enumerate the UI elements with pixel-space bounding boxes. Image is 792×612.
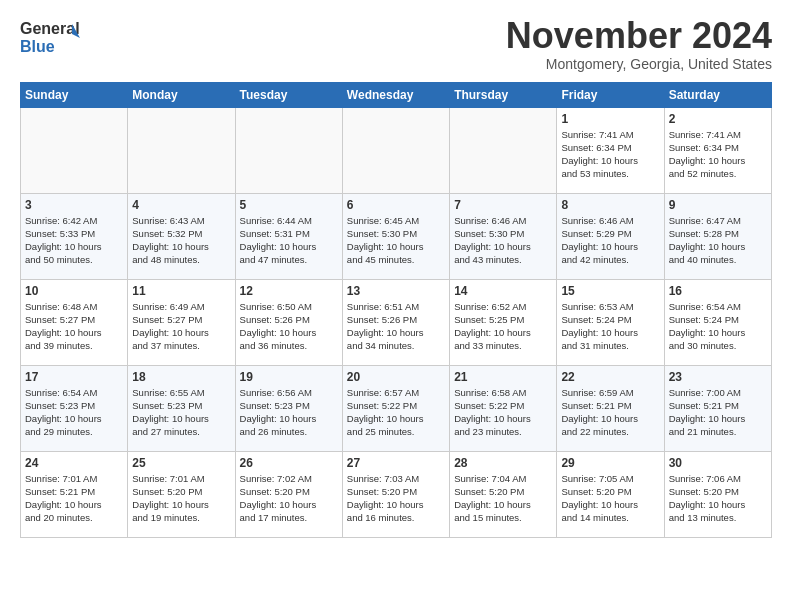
calendar-cell: 11Sunrise: 6:49 AM Sunset: 5:27 PM Dayli…	[128, 279, 235, 365]
day-number: 14	[454, 284, 552, 298]
calendar-cell: 10Sunrise: 6:48 AM Sunset: 5:27 PM Dayli…	[21, 279, 128, 365]
calendar-cell: 26Sunrise: 7:02 AM Sunset: 5:20 PM Dayli…	[235, 451, 342, 537]
day-number: 10	[25, 284, 123, 298]
day-number: 6	[347, 198, 445, 212]
month-title: November 2024	[506, 16, 772, 56]
day-info: Sunrise: 6:52 AM Sunset: 5:25 PM Dayligh…	[454, 300, 552, 353]
page: GeneralBlue November 2024 Montgomery, Ge…	[0, 0, 792, 554]
calendar-cell: 14Sunrise: 6:52 AM Sunset: 5:25 PM Dayli…	[450, 279, 557, 365]
day-info: Sunrise: 6:46 AM Sunset: 5:29 PM Dayligh…	[561, 214, 659, 267]
calendar-cell	[342, 107, 449, 193]
logo: GeneralBlue	[20, 16, 84, 56]
day-number: 19	[240, 370, 338, 384]
calendar-cell	[450, 107, 557, 193]
day-info: Sunrise: 6:47 AM Sunset: 5:28 PM Dayligh…	[669, 214, 767, 267]
week-row-3: 10Sunrise: 6:48 AM Sunset: 5:27 PM Dayli…	[21, 279, 772, 365]
day-number: 12	[240, 284, 338, 298]
day-info: Sunrise: 7:41 AM Sunset: 6:34 PM Dayligh…	[669, 128, 767, 181]
calendar-cell	[21, 107, 128, 193]
day-info: Sunrise: 7:41 AM Sunset: 6:34 PM Dayligh…	[561, 128, 659, 181]
calendar-cell: 4Sunrise: 6:43 AM Sunset: 5:32 PM Daylig…	[128, 193, 235, 279]
calendar-table: SundayMondayTuesdayWednesdayThursdayFrid…	[20, 82, 772, 538]
day-number: 9	[669, 198, 767, 212]
day-number: 2	[669, 112, 767, 126]
calendar-cell: 7Sunrise: 6:46 AM Sunset: 5:30 PM Daylig…	[450, 193, 557, 279]
day-number: 7	[454, 198, 552, 212]
day-number: 28	[454, 456, 552, 470]
calendar-cell: 13Sunrise: 6:51 AM Sunset: 5:26 PM Dayli…	[342, 279, 449, 365]
day-number: 17	[25, 370, 123, 384]
day-number: 1	[561, 112, 659, 126]
week-row-5: 24Sunrise: 7:01 AM Sunset: 5:21 PM Dayli…	[21, 451, 772, 537]
col-header-thursday: Thursday	[450, 82, 557, 107]
calendar-cell: 21Sunrise: 6:58 AM Sunset: 5:22 PM Dayli…	[450, 365, 557, 451]
day-info: Sunrise: 6:54 AM Sunset: 5:23 PM Dayligh…	[25, 386, 123, 439]
week-row-2: 3Sunrise: 6:42 AM Sunset: 5:33 PM Daylig…	[21, 193, 772, 279]
day-number: 23	[669, 370, 767, 384]
day-info: Sunrise: 6:51 AM Sunset: 5:26 PM Dayligh…	[347, 300, 445, 353]
calendar-cell: 29Sunrise: 7:05 AM Sunset: 5:20 PM Dayli…	[557, 451, 664, 537]
day-number: 20	[347, 370, 445, 384]
day-info: Sunrise: 7:01 AM Sunset: 5:21 PM Dayligh…	[25, 472, 123, 525]
calendar-cell: 20Sunrise: 6:57 AM Sunset: 5:22 PM Dayli…	[342, 365, 449, 451]
logo-icon: GeneralBlue	[20, 16, 80, 56]
day-number: 27	[347, 456, 445, 470]
day-number: 25	[132, 456, 230, 470]
day-info: Sunrise: 6:56 AM Sunset: 5:23 PM Dayligh…	[240, 386, 338, 439]
calendar-cell: 18Sunrise: 6:55 AM Sunset: 5:23 PM Dayli…	[128, 365, 235, 451]
day-info: Sunrise: 6:58 AM Sunset: 5:22 PM Dayligh…	[454, 386, 552, 439]
day-number: 24	[25, 456, 123, 470]
day-number: 11	[132, 284, 230, 298]
day-info: Sunrise: 6:57 AM Sunset: 5:22 PM Dayligh…	[347, 386, 445, 439]
day-info: Sunrise: 7:01 AM Sunset: 5:20 PM Dayligh…	[132, 472, 230, 525]
day-info: Sunrise: 6:46 AM Sunset: 5:30 PM Dayligh…	[454, 214, 552, 267]
col-header-wednesday: Wednesday	[342, 82, 449, 107]
week-row-4: 17Sunrise: 6:54 AM Sunset: 5:23 PM Dayli…	[21, 365, 772, 451]
calendar-cell: 2Sunrise: 7:41 AM Sunset: 6:34 PM Daylig…	[664, 107, 771, 193]
calendar-cell: 15Sunrise: 6:53 AM Sunset: 5:24 PM Dayli…	[557, 279, 664, 365]
calendar-cell: 24Sunrise: 7:01 AM Sunset: 5:21 PM Dayli…	[21, 451, 128, 537]
calendar-header-row: SundayMondayTuesdayWednesdayThursdayFrid…	[21, 82, 772, 107]
day-number: 3	[25, 198, 123, 212]
calendar-cell: 19Sunrise: 6:56 AM Sunset: 5:23 PM Dayli…	[235, 365, 342, 451]
header: GeneralBlue November 2024 Montgomery, Ge…	[20, 16, 772, 72]
day-info: Sunrise: 7:02 AM Sunset: 5:20 PM Dayligh…	[240, 472, 338, 525]
day-number: 16	[669, 284, 767, 298]
day-info: Sunrise: 6:53 AM Sunset: 5:24 PM Dayligh…	[561, 300, 659, 353]
day-info: Sunrise: 7:05 AM Sunset: 5:20 PM Dayligh…	[561, 472, 659, 525]
day-info: Sunrise: 6:50 AM Sunset: 5:26 PM Dayligh…	[240, 300, 338, 353]
title-block: November 2024 Montgomery, Georgia, Unite…	[506, 16, 772, 72]
day-info: Sunrise: 7:03 AM Sunset: 5:20 PM Dayligh…	[347, 472, 445, 525]
col-header-friday: Friday	[557, 82, 664, 107]
day-number: 30	[669, 456, 767, 470]
calendar-cell: 9Sunrise: 6:47 AM Sunset: 5:28 PM Daylig…	[664, 193, 771, 279]
calendar-cell	[235, 107, 342, 193]
calendar-cell: 6Sunrise: 6:45 AM Sunset: 5:30 PM Daylig…	[342, 193, 449, 279]
calendar-cell: 5Sunrise: 6:44 AM Sunset: 5:31 PM Daylig…	[235, 193, 342, 279]
calendar-cell: 25Sunrise: 7:01 AM Sunset: 5:20 PM Dayli…	[128, 451, 235, 537]
svg-text:General: General	[20, 20, 80, 37]
calendar-cell: 28Sunrise: 7:04 AM Sunset: 5:20 PM Dayli…	[450, 451, 557, 537]
calendar-cell: 27Sunrise: 7:03 AM Sunset: 5:20 PM Dayli…	[342, 451, 449, 537]
day-info: Sunrise: 6:42 AM Sunset: 5:33 PM Dayligh…	[25, 214, 123, 267]
col-header-saturday: Saturday	[664, 82, 771, 107]
calendar-cell: 23Sunrise: 7:00 AM Sunset: 5:21 PM Dayli…	[664, 365, 771, 451]
day-number: 15	[561, 284, 659, 298]
calendar-cell: 17Sunrise: 6:54 AM Sunset: 5:23 PM Dayli…	[21, 365, 128, 451]
calendar-cell	[128, 107, 235, 193]
day-number: 26	[240, 456, 338, 470]
calendar-body: 1Sunrise: 7:41 AM Sunset: 6:34 PM Daylig…	[21, 107, 772, 537]
day-info: Sunrise: 6:48 AM Sunset: 5:27 PM Dayligh…	[25, 300, 123, 353]
day-info: Sunrise: 6:55 AM Sunset: 5:23 PM Dayligh…	[132, 386, 230, 439]
day-info: Sunrise: 6:43 AM Sunset: 5:32 PM Dayligh…	[132, 214, 230, 267]
calendar-cell: 1Sunrise: 7:41 AM Sunset: 6:34 PM Daylig…	[557, 107, 664, 193]
calendar-cell: 3Sunrise: 6:42 AM Sunset: 5:33 PM Daylig…	[21, 193, 128, 279]
day-number: 21	[454, 370, 552, 384]
day-info: Sunrise: 6:45 AM Sunset: 5:30 PM Dayligh…	[347, 214, 445, 267]
week-row-1: 1Sunrise: 7:41 AM Sunset: 6:34 PM Daylig…	[21, 107, 772, 193]
day-info: Sunrise: 6:44 AM Sunset: 5:31 PM Dayligh…	[240, 214, 338, 267]
calendar-cell: 16Sunrise: 6:54 AM Sunset: 5:24 PM Dayli…	[664, 279, 771, 365]
day-number: 18	[132, 370, 230, 384]
day-number: 13	[347, 284, 445, 298]
day-number: 29	[561, 456, 659, 470]
